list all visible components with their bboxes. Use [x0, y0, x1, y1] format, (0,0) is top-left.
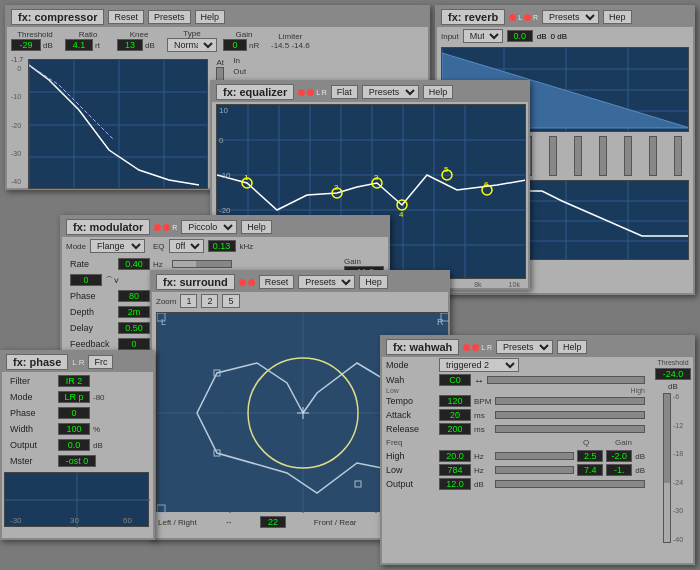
reverb-gain-unit: dB: [537, 32, 547, 41]
wah-release-input[interactable]: [439, 423, 471, 435]
reverb-input-label: Input: [441, 32, 459, 41]
eq-lr-dots: L R: [298, 89, 327, 96]
knee-input[interactable]: [117, 39, 143, 51]
wah-high-freq-slider[interactable]: [495, 452, 574, 460]
mod-feedback-input[interactable]: [118, 338, 150, 350]
phase-master-input[interactable]: [58, 455, 96, 467]
wah-wah-input[interactable]: [439, 374, 471, 386]
wah-output-input[interactable]: [439, 478, 471, 490]
surround-zoom3-btn[interactable]: 5: [222, 294, 239, 308]
phase-filter-input[interactable]: [58, 375, 90, 387]
surround-hep-btn[interactable]: Hep: [359, 275, 388, 289]
wah-high-q-input[interactable]: [577, 450, 603, 462]
reverb-slider-7[interactable]: [599, 136, 607, 176]
gain-unit-comp: nR: [249, 41, 265, 50]
compressor-help-btn[interactable]: Help: [195, 10, 226, 24]
wah-attack-input[interactable]: [439, 409, 471, 421]
wah-high-freq-input[interactable]: [439, 450, 471, 462]
wah-low-freq-input[interactable]: [439, 464, 471, 476]
reverb-l-label: L: [518, 14, 522, 21]
mod-eq-select[interactable]: 0ff: [169, 239, 204, 253]
compressor-reset-btn[interactable]: Reset: [108, 10, 144, 24]
phase-title: fx: phase: [6, 354, 68, 370]
surround-reset-btn[interactable]: Reset: [259, 275, 295, 289]
mod-help-btn[interactable]: Help: [241, 220, 272, 234]
reverb-slider-8[interactable]: [624, 136, 632, 176]
mod-rate-slider[interactable]: [172, 260, 232, 268]
phase-mode-input[interactable]: [58, 391, 90, 403]
eq-help-btn[interactable]: Help: [423, 85, 454, 99]
surround-zoom1-btn[interactable]: 1: [180, 294, 197, 308]
surround-zoom2-btn[interactable]: 2: [201, 294, 218, 308]
wah-wah-slider[interactable]: [487, 376, 645, 384]
wah-threshold-vslider[interactable]: [663, 393, 671, 543]
mod-mode-select[interactable]: Flange: [90, 239, 145, 253]
phase-width-input[interactable]: [58, 423, 90, 435]
eq-r-dot: [307, 89, 314, 96]
mod-lr-input[interactable]: [70, 274, 102, 286]
wah-release-label: Release: [386, 424, 436, 434]
mod-freq-input[interactable]: [208, 240, 236, 252]
svg-text:60: 60: [123, 516, 132, 525]
surround-presets-select[interactable]: Presets: [298, 275, 355, 289]
wah-presets-select[interactable]: Presets: [496, 340, 553, 354]
wah-tempo-slider[interactable]: [495, 397, 645, 405]
mod-freq-unit: kHz: [240, 242, 254, 251]
wah-l-dot: [463, 344, 470, 351]
threshold-input[interactable]: [11, 39, 41, 51]
eq-presets-select[interactable]: Presets: [362, 85, 419, 99]
svg-text:L: L: [161, 317, 166, 327]
gain-input-comp[interactable]: [223, 39, 247, 51]
reverb-presets-select[interactable]: Presets: [542, 10, 599, 24]
reverb-slider-10[interactable]: [674, 136, 682, 176]
wah-low-freq-slider[interactable]: [495, 466, 574, 474]
reverb-titlebar: fx: reverb L R Presets Hep: [437, 7, 693, 27]
svg-text:-10: -10: [219, 171, 231, 180]
wah-freq-header: Freq Q Gain: [382, 436, 649, 449]
reverb-slider-5[interactable]: [549, 136, 557, 176]
reverb-input-row: Input Mute dB 0 dB: [437, 27, 693, 45]
wah-mode-select[interactable]: triggered 2: [439, 358, 519, 372]
surround-fr-label: Front / Rear: [314, 518, 357, 527]
phase-frc-btn[interactable]: Frc: [88, 355, 113, 369]
wahwah-params-left: Mode triggered 2 Wah ↔ Low High Tempo BP…: [382, 357, 649, 545]
wah-help-btn[interactable]: Help: [557, 340, 588, 354]
surround-lr-input[interactable]: [260, 516, 286, 528]
svg-rect-71: [355, 481, 361, 487]
wah-attack-slider[interactable]: [495, 411, 645, 419]
mod-piccolo-select[interactable]: Piccolo: [181, 220, 237, 234]
wah-low-gain-input[interactable]: [606, 464, 632, 476]
mod-phase-label: Phase: [70, 291, 115, 301]
reverb-input-select[interactable]: Mute: [463, 29, 503, 43]
modulator-titlebar: fx: modulator R Piccolo Help: [62, 217, 388, 237]
phase-output-unit: dB: [93, 441, 109, 450]
eq-flat-btn[interactable]: Flat: [331, 85, 358, 99]
wah-release-slider[interactable]: [495, 425, 645, 433]
mod-rate-unit: Hz: [153, 260, 169, 269]
wah-output-slider[interactable]: [495, 480, 645, 488]
phase-width-unit: %: [93, 425, 109, 434]
reverb-help-btn[interactable]: Hep: [603, 10, 632, 24]
phase-phase-input[interactable]: [58, 407, 90, 419]
wah-high-gain-input[interactable]: [606, 450, 632, 462]
ratio-input[interactable]: [65, 39, 93, 51]
reverb-slider-9[interactable]: [649, 136, 657, 176]
mod-depth-input[interactable]: [118, 306, 150, 318]
wah-low-q-input[interactable]: [577, 464, 603, 476]
reverb-slider-6[interactable]: [574, 136, 582, 176]
compressor-presets-btn[interactable]: Presets: [148, 10, 191, 24]
type-select[interactable]: Norma: [167, 38, 217, 52]
wahwah-content: Mode triggered 2 Wah ↔ Low High Tempo BP…: [382, 357, 693, 545]
wah-wah-label: Wah: [386, 375, 436, 385]
mod-rate-input[interactable]: [118, 258, 150, 270]
reverb-gain-input[interactable]: [507, 30, 533, 42]
svg-text:2: 2: [334, 183, 339, 192]
wah-threshold-input[interactable]: [655, 368, 691, 380]
phase-output-input[interactable]: [58, 439, 90, 451]
mod-rate-label: Rate: [70, 259, 115, 269]
mod-delay-input[interactable]: [118, 322, 150, 334]
wah-tempo-input[interactable]: [439, 395, 471, 407]
svg-text:6: 6: [484, 180, 489, 189]
mod-phase-input[interactable]: [118, 290, 150, 302]
mod-l-dot: [154, 224, 161, 231]
